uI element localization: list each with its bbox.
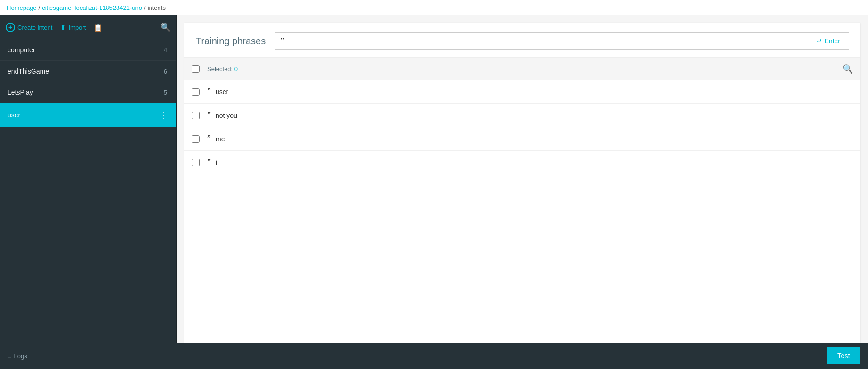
phrase-row: ” not you (184, 104, 860, 127)
quote-icon: ” (280, 36, 284, 46)
export-icon: 📋 (93, 23, 103, 32)
create-intent-button[interactable]: + Create intent (6, 23, 52, 32)
phrase-text-1: not you (216, 112, 237, 119)
breadcrumb-project[interactable]: citiesgame_localizat-118528421-uno (42, 4, 142, 11)
select-all-checkbox[interactable] (192, 65, 200, 73)
import-button[interactable]: ⬆ Import (60, 23, 86, 32)
phrase-text-2: me (216, 135, 225, 143)
phrase-row: ” me (184, 127, 860, 151)
phrase-checkbox-2[interactable] (192, 135, 200, 143)
breadcrumb-current: intents (148, 4, 166, 11)
export-button[interactable]: 📋 (93, 23, 103, 32)
enter-button[interactable]: ↵ Enter (813, 35, 844, 47)
select-all-bar: Selected: 0 🔍 (184, 58, 860, 80)
phrase-text-0: user (216, 88, 228, 96)
phrase-row: ” user (184, 80, 860, 104)
phrase-checkbox-0[interactable] (192, 88, 200, 96)
plus-icon: + (6, 23, 15, 32)
logs-icon: ≡ (8, 353, 11, 360)
new-phrase-input[interactable] (288, 37, 809, 45)
phrase-quote-icon-1: ” (207, 110, 211, 120)
bottom-bar: ≡ Logs Test (0, 343, 868, 369)
main-content: Training phrases ” ↵ Enter Selected: 0 (177, 15, 868, 343)
training-phrases-panel: Training phrases ” ↵ Enter Selected: 0 (184, 23, 860, 343)
sidebar-toolbar: + Create intent ⬆ Import 📋 🔍 (0, 15, 176, 40)
breadcrumb: Homepage / citiesgame_localizat-11852842… (0, 0, 868, 15)
sidebar-item-letsplay[interactable]: LetsPlay 5 (0, 82, 176, 103)
filter-phrases-button[interactable]: 🔍 (843, 64, 853, 74)
selected-count: 0 (234, 66, 238, 73)
search-icon: 🔍 (160, 23, 171, 32)
phrase-text-3: i (216, 159, 217, 166)
sidebar-item-user[interactable]: user ⋮ (0, 103, 176, 127)
sidebar-item-endthisgame[interactable]: endThisGame 6 (0, 61, 176, 82)
phrase-quote-icon-3: ” (207, 157, 211, 167)
sidebar-items-list: computer 4 endThisGame 6 LetsPlay 5 user… (0, 40, 176, 343)
enter-icon: ↵ (817, 37, 822, 45)
test-button[interactable]: Test (827, 347, 860, 364)
sidebar-item-computer[interactable]: computer 4 (0, 40, 176, 61)
more-options-button[interactable]: ⋮ (159, 110, 169, 120)
logs-button[interactable]: ≡ Logs (8, 353, 27, 360)
training-header: Training phrases ” ↵ Enter (184, 23, 860, 58)
phrase-quote-icon-0: ” (207, 87, 211, 97)
phrase-checkbox-1[interactable] (192, 112, 200, 119)
phrase-checkbox-3[interactable] (192, 159, 200, 166)
search-filter-icon: 🔍 (843, 64, 853, 74)
phrase-quote-icon-2: ” (207, 134, 211, 144)
import-icon: ⬆ (60, 23, 66, 32)
training-phrases-title: Training phrases (196, 36, 266, 47)
selected-label: Selected: 0 (207, 66, 843, 73)
sidebar-search-button[interactable]: 🔍 (160, 22, 171, 33)
sidebar: + Create intent ⬆ Import 📋 🔍 computer 4 (0, 15, 177, 343)
phrase-row: ” i (184, 151, 860, 174)
new-phrase-input-wrap: ” ↵ Enter (275, 32, 849, 50)
breadcrumb-home[interactable]: Homepage (7, 4, 37, 11)
